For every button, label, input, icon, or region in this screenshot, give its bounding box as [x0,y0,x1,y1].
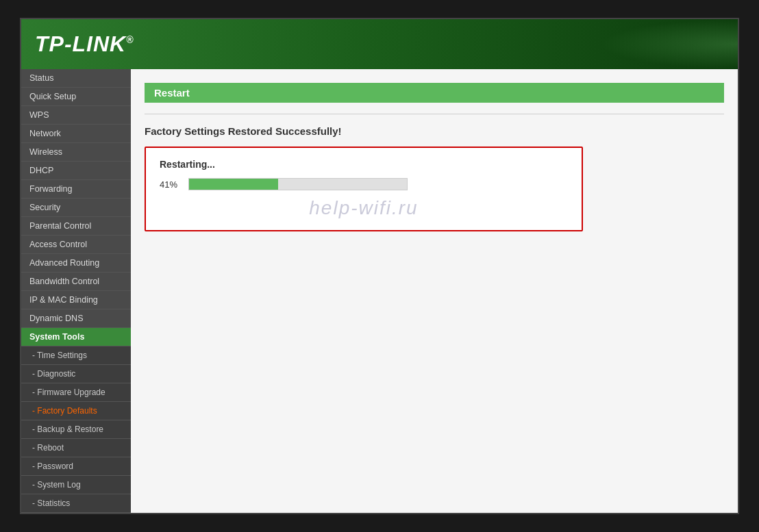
sidebar-item-status[interactable]: Status [21,69,131,88]
sidebar-item-dhcp[interactable]: DHCP [21,162,131,180]
tp-link-logo: TP-LINK® [35,31,134,57]
watermark: help-wifi.ru [160,197,568,219]
logo-trademark: ® [126,34,134,45]
sidebar-item-network[interactable]: Network [21,125,131,143]
progress-row: 41% [160,178,568,190]
sidebar-item-wps[interactable]: WPS [21,106,131,125]
header: TP-LINK® [21,19,738,69]
sidebar-item-ip-mac-binding[interactable]: IP & MAC Binding [21,291,131,309]
sidebar: Status Quick Setup WPS Network Wireless … [21,69,131,513]
success-message: Factory Settings Restored Successfully! [145,125,724,137]
restart-box: Restarting... 41% help-wifi.ru [145,147,583,231]
main-content: Status Quick Setup WPS Network Wireless … [21,69,738,513]
sidebar-item-access-control[interactable]: Access Control [21,236,131,254]
sidebar-item-backup-restore[interactable]: - Backup & Restore [21,420,131,439]
sidebar-item-reboot[interactable]: - Reboot [21,439,131,457]
sidebar-item-security[interactable]: Security [21,199,131,217]
progress-bar-fill [189,179,278,190]
logo-text: TP-LINK [35,31,126,56]
sidebar-item-system-tools[interactable]: System Tools [21,328,131,346]
sidebar-item-advanced-routing[interactable]: Advanced Routing [21,254,131,273]
sidebar-item-diagnostic[interactable]: - Diagnostic [21,365,131,383]
sidebar-item-firmware-upgrade[interactable]: - Firmware Upgrade [21,383,131,402]
progress-bar-container [188,178,408,190]
sidebar-item-wireless[interactable]: Wireless [21,143,131,162]
browser-window: TP-LINK® Status Quick Setup WPS Network … [20,18,739,514]
restarting-title: Restarting... [160,159,568,170]
sidebar-item-bandwidth-control[interactable]: Bandwidth Control [21,273,131,291]
divider [145,114,724,114]
sidebar-item-password[interactable]: - Password [21,457,131,476]
sidebar-item-system-log[interactable]: - System Log [21,476,131,494]
content-area: Restart Factory Settings Restored Succes… [131,69,738,513]
sidebar-item-parental-control[interactable]: Parental Control [21,217,131,236]
sidebar-item-statistics[interactable]: - Statistics [21,494,131,513]
sidebar-item-forwarding[interactable]: Forwarding [21,180,131,199]
page-title: Restart [145,83,724,103]
sidebar-item-dynamic-dns[interactable]: Dynamic DNS [21,309,131,328]
sidebar-item-factory-defaults[interactable]: - Factory Defaults [21,402,131,420]
sidebar-item-quick-setup[interactable]: Quick Setup [21,88,131,106]
sidebar-item-time-settings[interactable]: - Time Settings [21,346,131,365]
progress-label: 41% [160,179,182,190]
